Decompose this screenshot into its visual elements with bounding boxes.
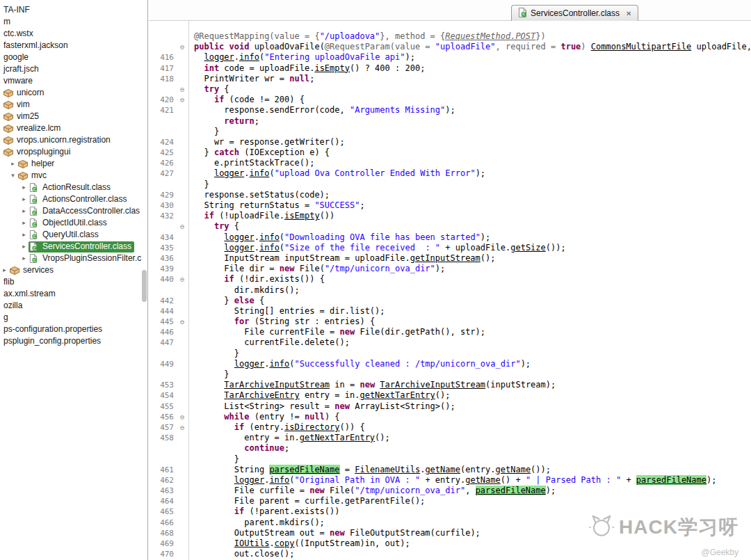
code-text: File curfile = new File("/tmp/unicorn_ov… bbox=[188, 486, 751, 496]
tree-item-vrealize-lcm[interactable]: vrealize.lcm bbox=[0, 122, 147, 134]
chevron-right-icon[interactable]: ▸ bbox=[0, 264, 9, 276]
code-line: 436 InputStream inputStream = uploadFile… bbox=[149, 253, 751, 264]
line-number: 449 bbox=[149, 359, 176, 369]
chevron-right-icon[interactable]: ▸ bbox=[19, 229, 29, 241]
tree-item-google[interactable]: google bbox=[0, 51, 147, 63]
fold-collapse-icon[interactable]: ⊖ bbox=[176, 84, 188, 95]
chevron-right-icon[interactable]: ▸ bbox=[19, 253, 29, 264]
code-editor[interactable]: @RequestMapping(value = {"/uploadova"}, … bbox=[149, 21, 751, 560]
fold-spacer bbox=[176, 549, 188, 559]
chevron-right-icon[interactable]: ▸ bbox=[19, 182, 29, 193]
fold-spacer bbox=[176, 179, 188, 190]
tree-item-label: ActionsController.class bbox=[42, 193, 127, 205]
tree-item-objectidutil-class[interactable]: ▸CObjectIdUtil.class bbox=[0, 217, 147, 229]
code-line: 454 TarArchiveEntry entry = in.getNextTa… bbox=[149, 390, 751, 401]
line-number bbox=[149, 179, 176, 190]
line-number: 432 bbox=[149, 211, 176, 221]
fold-collapse-icon[interactable]: ⊖ bbox=[176, 317, 188, 327]
watermark-text: HACK学习呀 bbox=[619, 514, 738, 541]
code-text: return; bbox=[188, 116, 751, 127]
tree-item-label: ActionResult.class bbox=[42, 182, 111, 193]
chevron-right-icon[interactable]: ▸ bbox=[19, 241, 29, 253]
code-text: try { bbox=[188, 84, 751, 95]
tree-item-ta-inf[interactable]: TA-INF bbox=[0, 4, 147, 16]
class-icon: C bbox=[29, 230, 40, 240]
svg-text:C: C bbox=[33, 246, 36, 250]
code-text: TarArchiveEntry entry = in.getNextTarEnt… bbox=[188, 390, 751, 401]
tree-item-servicescontroller-class[interactable]: ▸CServicesController.class bbox=[0, 241, 147, 253]
code-line: 435 logger.info("Size of the file receiv… bbox=[149, 243, 751, 253]
line-number: 464 bbox=[149, 496, 176, 506]
fold-spacer bbox=[176, 74, 188, 84]
tree-item-jcraft-jsch[interactable]: jcraft.jsch bbox=[0, 63, 147, 75]
line-number: 453 bbox=[149, 380, 176, 390]
tree-item-ax-xml-stream[interactable]: ax.xml.stream bbox=[0, 288, 147, 300]
code-line: @RequestMapping(value = {"/uploadova"}, … bbox=[149, 31, 751, 42]
code-line: 420⊖ if (code != 200) { bbox=[149, 95, 751, 105]
tree-item-fasterxml-jackson[interactable]: fasterxml.jackson bbox=[0, 40, 147, 51]
code-line: 455 List<String> result = new ArrayList<… bbox=[149, 401, 751, 412]
tree-item-vmware[interactable]: vmware bbox=[0, 75, 147, 87]
fold-spacer bbox=[176, 264, 188, 274]
line-number: 465 bbox=[149, 506, 176, 517]
tree-item-m[interactable]: m bbox=[0, 16, 147, 28]
code-line: 463 File curfile = new File("/tmp/unicor… bbox=[149, 486, 751, 496]
code-line: 470 out.close(); bbox=[149, 549, 751, 559]
fold-spacer bbox=[176, 390, 188, 401]
fold-collapse-icon[interactable]: ⊖ bbox=[176, 274, 188, 285]
code-text: response.sendError(code, "Arguments Miss… bbox=[188, 105, 751, 115]
tree-item-g[interactable]: g bbox=[0, 312, 147, 323]
tree-item-queryutil-class[interactable]: ▸CQueryUtil.class bbox=[0, 229, 147, 241]
code-line: 416 logger.info("Entering uploadOvaFile … bbox=[149, 52, 751, 63]
tree-item-services[interactable]: ▸services bbox=[0, 264, 147, 276]
code-text: PrintWriter wr = null; bbox=[188, 74, 751, 84]
fold-collapse-icon[interactable]: ⊖ bbox=[176, 422, 188, 433]
line-number: 447 bbox=[149, 337, 176, 348]
line-number: 427 bbox=[149, 168, 176, 179]
code-line: 426 e.printStackTrace(); bbox=[149, 158, 751, 168]
line-number: 461 bbox=[149, 465, 176, 475]
tree-item-vrops-unicorn-registration[interactable]: vrops.unicorn.registration bbox=[0, 134, 147, 146]
tree-item-dataaccesscontroller-clas[interactable]: ▸CDataAccessController.clas bbox=[0, 205, 147, 217]
tree-item-mvc[interactable]: ▾mvc bbox=[0, 170, 147, 182]
chevron-right-icon[interactable]: ▸ bbox=[19, 193, 29, 205]
tree-item-unicorn[interactable]: unicorn bbox=[0, 87, 147, 99]
code-text: continue; bbox=[188, 443, 751, 454]
project-tree: TA-INFmctc.wstxfasterxml.jacksongooglejc… bbox=[0, 4, 147, 347]
tab-close-icon[interactable]: ✕ bbox=[626, 10, 631, 17]
line-number bbox=[149, 221, 176, 232]
fold-collapse-icon[interactable]: ⊖ bbox=[176, 95, 188, 105]
tree-item-helper[interactable]: ▸helper bbox=[0, 158, 147, 170]
tree-item-ozilla[interactable]: ozilla bbox=[0, 300, 147, 312]
tree-item-ps-configuration-properties[interactable]: ps-configuration.properties bbox=[0, 323, 147, 335]
class-icon: C bbox=[29, 242, 40, 252]
tree-item-actionresult-class[interactable]: ▸CActionResult.class bbox=[0, 182, 147, 193]
code-line: 418 PrintWriter wr = null; bbox=[149, 74, 751, 84]
line-number: 469 bbox=[149, 538, 176, 549]
sidebar-scrollbar-thumb[interactable] bbox=[142, 270, 147, 302]
tree-item-psplugin-config-properties[interactable]: psplugin_config.properties bbox=[0, 335, 147, 347]
tab-servicescontroller-class[interactable]: C ServicesController.class ✕ bbox=[511, 5, 638, 21]
chevron-right-icon[interactable]: ▸ bbox=[19, 205, 29, 217]
fold-collapse-icon[interactable]: ⊖ bbox=[176, 412, 188, 422]
code-text: currentFile.delete(); bbox=[188, 337, 751, 348]
fold-collapse-icon[interactable]: ⊖ bbox=[176, 221, 188, 232]
fold-collapse-icon[interactable]: ⊖ bbox=[176, 42, 188, 52]
code-line: 446 File currentFile = new File(dir.getP… bbox=[149, 327, 751, 337]
chevron-down-icon[interactable]: ▾ bbox=[8, 170, 17, 182]
code-text: } bbox=[188, 454, 751, 465]
chevron-right-icon[interactable]: ▸ bbox=[8, 158, 17, 170]
line-number: 444 bbox=[149, 306, 176, 317]
tree-item-ctc-wstx[interactable]: ctc.wstx bbox=[0, 28, 147, 40]
fold-spacer bbox=[176, 327, 188, 337]
tree-item-vim25[interactable]: vim25 bbox=[0, 111, 147, 122]
line-number: 446 bbox=[149, 327, 176, 337]
tree-item-actionscontroller-class[interactable]: ▸CActionsController.class bbox=[0, 193, 147, 205]
chevron-right-icon[interactable]: ▸ bbox=[19, 217, 29, 229]
tree-item-vropspluginsessionfilter-c[interactable]: ▸CVropsPluginSessionFilter.c bbox=[0, 253, 147, 264]
tree-item-label: vmware bbox=[3, 75, 33, 87]
tree-item-vim[interactable]: vim bbox=[0, 99, 147, 111]
tree-item-vropsplugingui[interactable]: vropsplugingui bbox=[0, 146, 147, 158]
tree-item-flib[interactable]: flib bbox=[0, 276, 147, 288]
line-number bbox=[149, 349, 176, 359]
